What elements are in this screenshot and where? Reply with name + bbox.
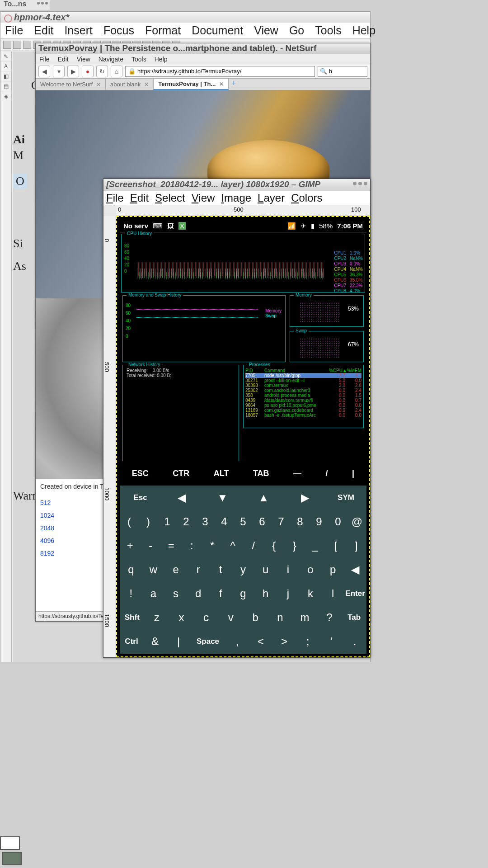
menu-tools[interactable]: Tools [315, 24, 341, 37]
process-row[interactable]: 8439/data/data/com.termux/fi0.00.7 [245, 398, 361, 403]
key-t[interactable]: t [210, 557, 232, 581]
back-dropdown[interactable]: ▾ [53, 66, 65, 77]
key-◀[interactable]: ◀ [344, 557, 366, 581]
key-n[interactable]: n [268, 606, 293, 630]
menu-focus[interactable]: Focus [103, 24, 134, 37]
key-0[interactable]: 0 [328, 509, 347, 533]
key-2[interactable]: 2 [177, 509, 196, 533]
key-_[interactable]: _ [305, 533, 326, 557]
key-r[interactable]: r [187, 557, 210, 581]
key-,[interactable]: , [225, 630, 249, 654]
tool-icon[interactable]: ✎ [0, 52, 11, 61]
key-x[interactable]: x [169, 606, 194, 630]
process-row[interactable]: 30271proot --kill-on-exit --l5.00.0 [245, 378, 361, 383]
key-j[interactable]: j [277, 582, 299, 606]
process-row[interactable]: 358android.process.media0.01.5 [245, 393, 361, 398]
key-;[interactable]: ; [296, 630, 319, 654]
process-row[interactable]: 7785node /usr/bin/gtop12.74.1 [245, 373, 361, 378]
close-tab-icon[interactable]: ✕ [144, 81, 149, 88]
reload-button[interactable]: ↻ [96, 66, 108, 77]
key-enter[interactable]: Enter [344, 582, 366, 606]
search-box[interactable]: 🔍 h [318, 66, 367, 77]
toolbar-icon[interactable] [23, 41, 31, 49]
menu-document[interactable]: Document [192, 24, 243, 37]
process-row[interactable]: 13189com.gazlaws.codeboard0.02.4 [245, 408, 361, 413]
key-y[interactable]: y [232, 557, 254, 581]
key-|[interactable]: | [167, 630, 190, 654]
menu-view[interactable]: View [77, 56, 90, 63]
key-l[interactable]: l [322, 582, 344, 606]
key-7[interactable]: 7 [272, 509, 291, 533]
browser-tab[interactable]: TermuxPovray | Th...✕ [154, 79, 229, 90]
key-d[interactable]: d [187, 582, 210, 606]
key-6[interactable]: 6 [253, 509, 272, 533]
key-4[interactable]: 4 [215, 509, 234, 533]
foreground-swatch[interactable] [0, 836, 20, 850]
extrakey-/[interactable]: / [326, 469, 328, 478]
key-sym[interactable]: SYM [325, 486, 366, 509]
key-w[interactable]: w [142, 557, 165, 581]
menu-edit[interactable]: Edit [34, 24, 53, 37]
key-1[interactable]: 1 [158, 509, 177, 533]
window-controls[interactable] [353, 182, 367, 185]
menu-view[interactable]: View [254, 24, 278, 37]
process-row[interactable]: 18057bash -e ./setupTermuxArc0.00.0 [245, 413, 361, 418]
key-o[interactable]: o [299, 557, 322, 581]
toolbar-icon[interactable] [13, 41, 21, 49]
key-b[interactable]: b [243, 606, 268, 630]
key-{[interactable]: { [264, 533, 285, 557]
key-3[interactable]: 3 [196, 509, 215, 533]
key-'[interactable]: ' [319, 630, 343, 654]
tool-icon[interactable]: ◧ [0, 71, 11, 81]
key-u[interactable]: u [254, 557, 277, 581]
menu-navigate[interactable]: Navigate [99, 56, 123, 63]
key-+[interactable]: + [120, 533, 141, 557]
key-/[interactable]: / [243, 533, 264, 557]
key-q[interactable]: q [120, 557, 142, 581]
key-a[interactable]: a [142, 582, 165, 606]
extrakey-—[interactable]: — [293, 469, 301, 478]
key-esc[interactable]: Esc [120, 486, 161, 509]
key-shft[interactable]: Shft [120, 606, 145, 630]
key-h[interactable]: h [254, 582, 277, 606]
process-row[interactable]: 9664ps axo pid:10,pcpu:6,pme0.00.0 [245, 403, 361, 408]
menu-file[interactable]: File [5, 24, 23, 37]
key-*[interactable]: * [202, 533, 223, 557]
key-s[interactable]: s [164, 582, 187, 606]
menu-tools[interactable]: Tools [131, 56, 146, 63]
key-tab[interactable]: Tab [342, 606, 366, 630]
key-5[interactable]: 5 [234, 509, 253, 533]
menu-select[interactable]: Select [155, 192, 185, 204]
extrakey-alt[interactable]: ALT [214, 469, 229, 478]
key-8[interactable]: 8 [291, 509, 310, 533]
key-c[interactable]: c [194, 606, 219, 630]
new-tab-button[interactable]: + [229, 79, 239, 90]
key-ctrl[interactable]: Ctrl [120, 630, 143, 654]
menu-colors[interactable]: Colors [291, 192, 322, 204]
key-e[interactable]: e [164, 557, 187, 581]
stop-button[interactable]: ● [82, 66, 94, 77]
tool-icon[interactable]: ▤ [0, 81, 11, 91]
key-][interactable]: ] [346, 533, 367, 557]
gimp-swatches[interactable] [0, 836, 25, 868]
key->[interactable]: > [272, 630, 296, 654]
key-[[interactable]: [ [325, 533, 346, 557]
key-▶[interactable]: ▶ [284, 486, 325, 509]
process-row[interactable]: 25302com.android.launcher30.02.4 [245, 388, 361, 393]
menu-help[interactable]: Help [352, 24, 375, 37]
key-![interactable]: ! [120, 582, 142, 606]
browser-tab[interactable]: about:blank✕ [106, 79, 154, 90]
back-button[interactable]: ◀ [38, 66, 50, 77]
close-tab-icon[interactable]: ✕ [96, 81, 101, 88]
key-p[interactable]: p [322, 557, 344, 581]
key-▲[interactable]: ▲ [243, 486, 284, 509]
gimp-canvas[interactable]: No serv ⌨ 🖼 X 📶 ✈ ▮ 58% 7:06 PM CPU Hist… [116, 216, 370, 657]
menu-edit[interactable]: Edit [130, 192, 149, 204]
toolbar-icon[interactable] [3, 41, 11, 49]
tool-icon[interactable]: A [0, 61, 11, 71]
key-.[interactable]: . [343, 630, 366, 654]
home-button[interactable]: ⌂ [111, 66, 122, 77]
key--[interactable]: - [141, 533, 161, 557]
forward-button[interactable]: ▶ [67, 66, 79, 77]
extrakey-|[interactable]: | [352, 469, 354, 478]
